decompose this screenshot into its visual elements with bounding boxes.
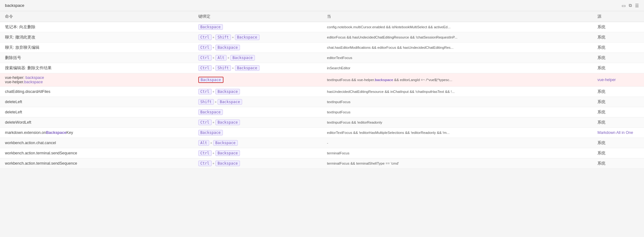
when-cell: config.notebook.multiCursor.enabled && i… (322, 22, 592, 32)
key-cell: Backspace (193, 107, 322, 117)
source-cell: 系统 (592, 107, 644, 117)
when-cell: textInputFocus && vue-helper.backspace &… (322, 73, 592, 87)
source-cell: 系统 (592, 22, 644, 32)
key-combo: Ctrl+Shift+Backspace (198, 34, 260, 40)
key-cell: Backspace (193, 22, 322, 32)
source-link[interactable]: vue-helper (597, 78, 616, 82)
cmd-cell: chatEditing.discardAllFiles (0, 87, 193, 97)
titlebar: backspace ▭ ⧉ ☰ (0, 0, 644, 11)
cmd-cell: 笔记本: 向左删除 (0, 22, 193, 32)
cmd-cell: deleteLeft (0, 107, 193, 117)
cmd-cell: workbench.action.chat.cancel (0, 138, 193, 148)
when-cell: textInputFocus (322, 107, 592, 117)
key-cell: Backspace (193, 128, 322, 138)
table-row[interactable]: deleteWordLeftCtrl+BackspacetextInputFoc… (0, 117, 644, 128)
col-header-keybind: 键绑定 (193, 11, 322, 22)
keybindings-table-container: 命令 键绑定 当 源 笔记本: 向左删除Backspaceconfig.note… (0, 11, 644, 169)
source-cell[interactable]: Markdown All in One (592, 128, 644, 138)
key-badge: Backspace (215, 45, 240, 50)
when-cell: editorTextFocus && !editorHasMultipleSel… (322, 128, 592, 138)
table-row[interactable]: 搜索编辑器: 删除文件结果Ctrl+Shift+BackspaceinSearc… (0, 63, 644, 73)
key-badge: Backspace (213, 140, 238, 146)
key-combo: Ctrl+Backspace (198, 45, 240, 50)
table-row[interactable]: workbench.action.chat.cancelAlt+Backspac… (0, 138, 644, 148)
key-cell: Ctrl+Alt+Backspace (193, 53, 322, 63)
source-link[interactable]: Markdown All in One (597, 130, 633, 135)
key-combo: Alt+Backspace (198, 140, 238, 146)
key-badge: Backspace (198, 77, 223, 83)
cmd-purple-text: backspace (25, 75, 44, 80)
key-badge: Shift (215, 65, 231, 71)
minimize-icon[interactable]: ▭ (622, 3, 626, 8)
cmd-cell: vue-helper: backspacevue-helper.backspac… (0, 73, 193, 87)
key-badge: Ctrl (198, 55, 212, 61)
menu-icon[interactable]: ☰ (635, 3, 639, 8)
key-combo: Backspace (198, 77, 223, 83)
source-cell: 系统 (592, 63, 644, 73)
table-row[interactable]: deleteLeftBackspacetextInputFocus系统 (0, 107, 644, 117)
key-badge: Backspace (198, 130, 223, 135)
key-badge: Backspace (215, 120, 240, 125)
source-cell: 系统 (592, 117, 644, 128)
source-cell: 系统 (592, 43, 644, 53)
table-row[interactable]: markdown.extension.onBackspaceKeyBackspa… (0, 128, 644, 138)
table-row[interactable]: vue-helper: backspacevue-helper.backspac… (0, 73, 644, 87)
table-body: 笔记本: 向左删除Backspaceconfig.notebook.multiC… (0, 22, 644, 169)
table-row[interactable]: 删除括号Ctrl+Alt+BackspaceeditorTextFocus系统 (0, 53, 644, 63)
key-badge: Ctrl (198, 161, 212, 166)
when-cell: textInputFocus (322, 97, 592, 107)
cmd-cell: 聊天: 放弃聊天编辑 (0, 43, 193, 53)
when-cell: - (322, 138, 592, 148)
when-cell: terminalFocus (322, 148, 592, 158)
key-badge: Backspace (215, 150, 240, 156)
table-row[interactable]: workbench.action.terminal.sendSequenceCt… (0, 158, 644, 169)
source-cell: 系统 (592, 53, 644, 63)
table-header: 命令 键绑定 当 源 (0, 11, 644, 22)
key-badge: Shift (198, 99, 214, 105)
cmd-prefix: vue-helper: (5, 75, 25, 80)
window-title: backspace (5, 3, 24, 8)
cmd-cell: workbench.action.terminal.sendSequence (0, 158, 193, 169)
when-cell: editorFocus && hasUndecidedChatEditingRe… (322, 32, 592, 43)
source-cell[interactable]: vue-helper (592, 73, 644, 87)
key-badge: Alt (198, 140, 209, 146)
col-header-cmd: 命令 (0, 11, 193, 22)
titlebar-actions: ▭ ⧉ ☰ (622, 3, 639, 8)
source-cell: 系统 (592, 87, 644, 97)
key-combo: Ctrl+Backspace (198, 150, 240, 156)
key-combo: Ctrl+Shift+Backspace (198, 65, 260, 71)
source-cell: 系统 (592, 148, 644, 158)
restore-icon[interactable]: ⧉ (629, 3, 632, 8)
key-badge: Ctrl (198, 89, 212, 94)
key-badge: Ctrl (198, 65, 212, 71)
table-row[interactable]: 聊天: 撤消此更改Ctrl+Shift+BackspaceeditorFocus… (0, 32, 644, 43)
table-row[interactable]: 聊天: 放弃聊天编辑Ctrl+Backspacechat.hasEditorMo… (0, 43, 644, 53)
key-cell: Ctrl+Shift+Backspace (193, 63, 322, 73)
key-badge: Backspace (198, 109, 223, 115)
table-row[interactable]: workbench.action.terminal.sendSequenceCt… (0, 148, 644, 158)
table-row[interactable]: chatEditing.discardAllFilesCtrl+Backspac… (0, 87, 644, 97)
col-header-when: 当 (322, 11, 592, 22)
key-badge: Shift (215, 34, 231, 40)
key-combo: Ctrl+Backspace (198, 89, 240, 94)
cmd-cell: 搜索编辑器: 删除文件结果 (0, 63, 193, 73)
cmd-cell: deleteWordLeft (0, 117, 193, 128)
key-cell: Ctrl+Backspace (193, 117, 322, 128)
table-row[interactable]: deleteLeftShift+BackspacetextInputFocus系… (0, 97, 644, 107)
key-badge: Ctrl (198, 150, 212, 156)
key-badge: Backspace (230, 55, 255, 61)
key-combo: Ctrl+Backspace (198, 120, 240, 125)
key-cell: Ctrl+Backspace (193, 43, 322, 53)
key-combo: Ctrl+Alt+Backspace (198, 55, 255, 61)
when-cell: textInputFocus && !editorReadonly (322, 117, 592, 128)
key-cell: Shift+Backspace (193, 97, 322, 107)
key-badge: Backspace (215, 161, 240, 166)
source-cell: 系统 (592, 97, 644, 107)
key-badge: Ctrl (198, 120, 212, 125)
when-cell: editorTextFocus (322, 53, 592, 63)
cmd-cell: deleteLeft (0, 97, 193, 107)
table-row[interactable]: 笔记本: 向左删除Backspaceconfig.notebook.multiC… (0, 22, 644, 32)
cmd-cell: 聊天: 撤消此更改 (0, 32, 193, 43)
when-cell: terminalFocus && terminalShellType == 'c… (322, 158, 592, 169)
key-cell: Ctrl+Backspace (193, 87, 322, 97)
